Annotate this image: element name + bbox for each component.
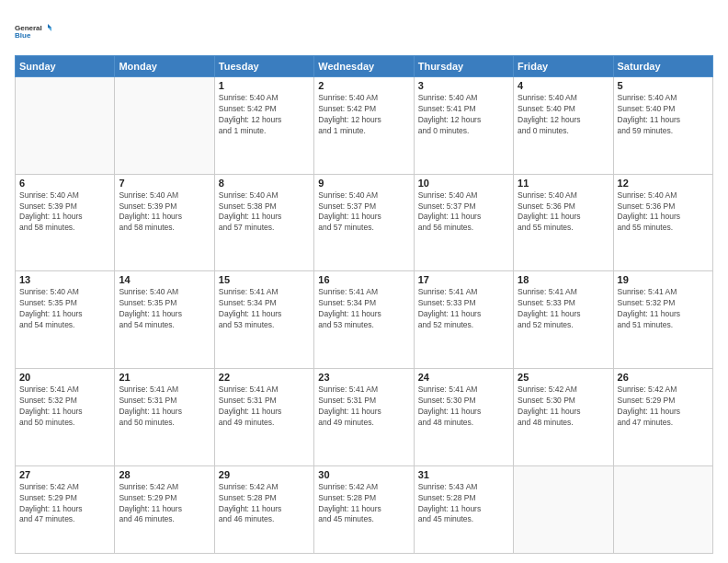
- day-number: 5: [618, 80, 709, 91]
- calendar-cell: 19Sunrise: 5:41 AMSunset: 5:32 PMDayligh…: [613, 271, 712, 369]
- calendar-cell: 6Sunrise: 5:40 AMSunset: 5:39 PMDaylight…: [16, 174, 115, 271]
- week-row-5: 27Sunrise: 5:42 AMSunset: 5:29 PMDayligh…: [16, 465, 713, 553]
- day-number: 17: [418, 274, 509, 285]
- logo: General Blue: [15, 15, 51, 48]
- week-row-1: 1Sunrise: 5:40 AMSunset: 5:42 PMDaylight…: [16, 77, 713, 175]
- day-number: 16: [318, 274, 409, 285]
- day-number: 6: [19, 178, 110, 189]
- calendar-cell: 17Sunrise: 5:41 AMSunset: 5:33 PMDayligh…: [414, 271, 513, 369]
- day-number: 12: [618, 178, 709, 189]
- day-number: 1: [219, 80, 310, 91]
- day-number: 20: [19, 372, 110, 383]
- day-number: 23: [318, 372, 409, 383]
- day-info: Sunrise: 5:41 AMSunset: 5:30 PMDaylight:…: [418, 385, 509, 429]
- day-info: Sunrise: 5:40 AMSunset: 5:39 PMDaylight:…: [19, 190, 110, 235]
- day-info: Sunrise: 5:41 AMSunset: 5:34 PMDaylight:…: [219, 287, 310, 331]
- calendar-cell: 10Sunrise: 5:40 AMSunset: 5:37 PMDayligh…: [414, 174, 513, 271]
- header-friday: Friday: [514, 56, 613, 77]
- day-number: 2: [318, 80, 409, 91]
- day-number: 14: [119, 274, 210, 285]
- day-info: Sunrise: 5:42 AMSunset: 5:29 PMDaylight:…: [19, 482, 110, 526]
- header-sunday: Sunday: [16, 56, 115, 77]
- calendar-cell: [115, 77, 214, 175]
- day-info: Sunrise: 5:41 AMSunset: 5:31 PMDaylight:…: [219, 385, 310, 429]
- calendar-cell: 16Sunrise: 5:41 AMSunset: 5:34 PMDayligh…: [314, 271, 414, 369]
- day-number: 11: [518, 178, 609, 189]
- calendar-cell: 11Sunrise: 5:40 AMSunset: 5:36 PMDayligh…: [514, 174, 613, 271]
- calendar-cell: 18Sunrise: 5:41 AMSunset: 5:33 PMDayligh…: [514, 271, 613, 369]
- calendar-cell: 5Sunrise: 5:40 AMSunset: 5:40 PMDaylight…: [613, 77, 712, 175]
- day-info: Sunrise: 5:41 AMSunset: 5:32 PMDaylight:…: [618, 287, 709, 331]
- day-info: Sunrise: 5:40 AMSunset: 5:37 PMDaylight:…: [318, 190, 409, 235]
- calendar-cell: 1Sunrise: 5:40 AMSunset: 5:42 PMDaylight…: [214, 77, 313, 175]
- day-info: Sunrise: 5:42 AMSunset: 5:29 PMDaylight:…: [618, 385, 709, 429]
- day-info: Sunrise: 5:43 AMSunset: 5:28 PMDaylight:…: [418, 482, 509, 526]
- day-number: 30: [318, 469, 409, 480]
- day-info: Sunrise: 5:42 AMSunset: 5:28 PMDaylight:…: [318, 482, 409, 526]
- day-info: Sunrise: 5:40 AMSunset: 5:40 PMDaylight:…: [618, 93, 709, 137]
- day-number: 27: [19, 469, 110, 480]
- day-info: Sunrise: 5:40 AMSunset: 5:37 PMDaylight:…: [418, 190, 509, 235]
- day-info: Sunrise: 5:41 AMSunset: 5:31 PMDaylight:…: [318, 385, 409, 429]
- calendar-cell: [16, 77, 115, 175]
- day-number: 26: [618, 372, 709, 383]
- calendar-cell: 14Sunrise: 5:40 AMSunset: 5:35 PMDayligh…: [115, 271, 214, 369]
- day-number: 7: [119, 178, 210, 189]
- day-number: 10: [418, 178, 509, 189]
- day-info: Sunrise: 5:40 AMSunset: 5:36 PMDaylight:…: [618, 190, 709, 235]
- calendar-cell: 31Sunrise: 5:43 AMSunset: 5:28 PMDayligh…: [414, 465, 513, 553]
- calendar-cell: 20Sunrise: 5:41 AMSunset: 5:32 PMDayligh…: [16, 369, 115, 466]
- day-number: 13: [19, 274, 110, 285]
- calendar-cell: 27Sunrise: 5:42 AMSunset: 5:29 PMDayligh…: [16, 465, 115, 553]
- calendar-cell: 28Sunrise: 5:42 AMSunset: 5:29 PMDayligh…: [115, 465, 214, 553]
- day-number: 22: [219, 372, 310, 383]
- calendar-table: SundayMondayTuesdayWednesdayThursdayFrid…: [15, 55, 713, 554]
- calendar-cell: 12Sunrise: 5:40 AMSunset: 5:36 PMDayligh…: [613, 174, 712, 271]
- day-number: 8: [219, 178, 310, 189]
- header-thursday: Thursday: [414, 56, 513, 77]
- calendar-cell: 7Sunrise: 5:40 AMSunset: 5:39 PMDaylight…: [115, 174, 214, 271]
- header-saturday: Saturday: [613, 56, 712, 77]
- day-number: 19: [618, 274, 709, 285]
- day-info: Sunrise: 5:40 AMSunset: 5:35 PMDaylight:…: [119, 287, 210, 331]
- svg-marker-3: [48, 28, 51, 31]
- day-info: Sunrise: 5:40 AMSunset: 5:42 PMDaylight:…: [219, 93, 310, 137]
- day-number: 18: [518, 274, 609, 285]
- calendar-cell: 23Sunrise: 5:41 AMSunset: 5:31 PMDayligh…: [314, 369, 414, 466]
- calendar-cell: 13Sunrise: 5:40 AMSunset: 5:35 PMDayligh…: [16, 271, 115, 369]
- calendar-cell: 3Sunrise: 5:40 AMSunset: 5:41 PMDaylight…: [414, 77, 513, 175]
- calendar-cell: 9Sunrise: 5:40 AMSunset: 5:37 PMDaylight…: [314, 174, 414, 271]
- calendar-cell: 30Sunrise: 5:42 AMSunset: 5:28 PMDayligh…: [314, 465, 414, 553]
- day-info: Sunrise: 5:42 AMSunset: 5:28 PMDaylight:…: [219, 482, 310, 526]
- day-number: 25: [518, 372, 609, 383]
- calendar-cell: 22Sunrise: 5:41 AMSunset: 5:31 PMDayligh…: [214, 369, 313, 466]
- day-number: 28: [119, 469, 210, 480]
- week-row-3: 13Sunrise: 5:40 AMSunset: 5:35 PMDayligh…: [16, 271, 713, 369]
- day-info: Sunrise: 5:40 AMSunset: 5:39 PMDaylight:…: [119, 190, 210, 235]
- calendar-cell: 26Sunrise: 5:42 AMSunset: 5:29 PMDayligh…: [613, 369, 712, 466]
- week-row-4: 20Sunrise: 5:41 AMSunset: 5:32 PMDayligh…: [16, 369, 713, 466]
- calendar-cell: 21Sunrise: 5:41 AMSunset: 5:31 PMDayligh…: [115, 369, 214, 466]
- day-info: Sunrise: 5:41 AMSunset: 5:34 PMDaylight:…: [318, 287, 409, 331]
- day-info: Sunrise: 5:40 AMSunset: 5:40 PMDaylight:…: [518, 93, 609, 137]
- calendar-cell: 2Sunrise: 5:40 AMSunset: 5:42 PMDaylight…: [314, 77, 414, 175]
- svg-marker-2: [48, 24, 51, 28]
- day-number: 4: [518, 80, 609, 91]
- day-number: 21: [119, 372, 210, 383]
- day-number: 31: [418, 469, 509, 480]
- page: General Blue SundayMondayTuesdayWednesda…: [0, 0, 728, 563]
- day-info: Sunrise: 5:40 AMSunset: 5:42 PMDaylight:…: [318, 93, 409, 137]
- day-info: Sunrise: 5:42 AMSunset: 5:30 PMDaylight:…: [518, 385, 609, 429]
- logo-svg: General Blue: [15, 15, 51, 48]
- day-number: 29: [219, 469, 310, 480]
- day-info: Sunrise: 5:40 AMSunset: 5:41 PMDaylight:…: [418, 93, 509, 137]
- calendar-cell: 4Sunrise: 5:40 AMSunset: 5:40 PMDaylight…: [514, 77, 613, 175]
- calendar-cell: 8Sunrise: 5:40 AMSunset: 5:38 PMDaylight…: [214, 174, 313, 271]
- svg-text:Blue: Blue: [15, 31, 31, 40]
- header-monday: Monday: [115, 56, 214, 77]
- day-info: Sunrise: 5:40 AMSunset: 5:38 PMDaylight:…: [219, 190, 310, 235]
- calendar-cell: 15Sunrise: 5:41 AMSunset: 5:34 PMDayligh…: [214, 271, 313, 369]
- header-tuesday: Tuesday: [214, 56, 313, 77]
- day-number: 3: [418, 80, 509, 91]
- day-number: 9: [318, 178, 409, 189]
